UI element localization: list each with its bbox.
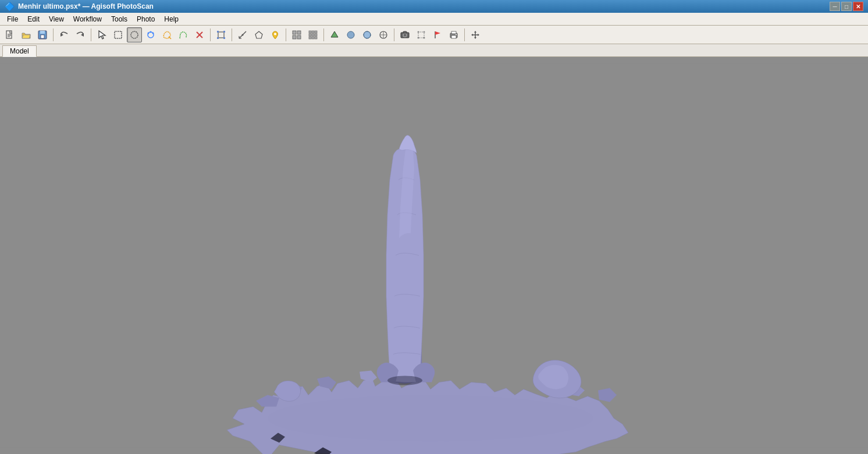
- menu-bar: File Edit View Workflow Tools Photo Help: [0, 13, 868, 26]
- wire-render-button[interactable]: [376, 27, 391, 42]
- svg-marker-67: [474, 37, 476, 39]
- svg-point-63: [456, 34, 457, 35]
- svg-rect-61: [451, 35, 456, 38]
- svg-rect-34: [309, 31, 311, 33]
- title-bar-controls[interactable]: ─ □ ✕: [830, 2, 863, 11]
- svg-rect-41: [312, 37, 314, 39]
- svg-marker-43: [331, 31, 338, 37]
- svg-rect-42: [315, 37, 317, 39]
- menu-edit[interactable]: Edit: [23, 14, 44, 24]
- model-tab[interactable]: Model: [2, 45, 37, 57]
- minimize-button[interactable]: ─: [830, 2, 840, 11]
- window-title: Menhir ultimo.psx* — Agisoft PhotoScan: [18, 2, 154, 10]
- svg-point-15: [150, 31, 152, 33]
- grid4-view-button[interactable]: [289, 27, 304, 42]
- sep1: [53, 28, 54, 41]
- deselect-button[interactable]: [192, 27, 207, 42]
- viewport[interactable]: [0, 57, 868, 454]
- grid9-view-button[interactable]: [305, 27, 321, 42]
- close-button[interactable]: ✕: [853, 2, 863, 11]
- svg-rect-52: [403, 31, 407, 33]
- solid-render-button[interactable]: [327, 27, 342, 42]
- menu-help[interactable]: Help: [159, 14, 183, 24]
- svg-rect-53: [418, 32, 424, 38]
- app-icon: 🔷: [5, 2, 15, 11]
- draw-polygon-button[interactable]: [251, 27, 266, 42]
- intelligent-select-button[interactable]: [159, 27, 175, 42]
- svg-rect-32: [293, 35, 296, 39]
- solid-wire-button[interactable]: [360, 27, 375, 42]
- svg-rect-30: [293, 31, 296, 34]
- svg-point-56: [418, 37, 419, 38]
- print-button[interactable]: [446, 27, 461, 42]
- svg-point-11: [131, 31, 138, 38]
- svg-point-27: [242, 34, 244, 35]
- cursor-select-button[interactable]: [94, 27, 109, 42]
- freehand-select-button[interactable]: [176, 27, 191, 42]
- navigate-button[interactable]: [468, 27, 483, 42]
- svg-rect-10: [115, 31, 122, 38]
- circle-select-button[interactable]: [127, 27, 142, 42]
- svg-rect-5: [40, 31, 45, 34]
- svg-point-14: [152, 32, 154, 34]
- tab-bar: Model: [0, 44, 868, 57]
- resize-button[interactable]: [214, 27, 229, 42]
- svg-rect-21: [223, 31, 225, 33]
- svg-rect-19: [218, 32, 224, 38]
- svg-rect-31: [297, 31, 301, 34]
- svg-rect-62: [451, 31, 456, 34]
- menu-tools[interactable]: Tools: [106, 14, 132, 24]
- svg-point-57: [424, 37, 425, 38]
- sep3: [210, 28, 211, 41]
- sep4: [232, 28, 232, 41]
- rect-select-button[interactable]: [111, 27, 126, 42]
- menu-file[interactable]: File: [2, 14, 23, 24]
- redo-button[interactable]: [73, 27, 88, 42]
- svg-marker-7: [61, 33, 63, 37]
- svg-rect-39: [315, 34, 317, 36]
- svg-rect-37: [309, 34, 311, 36]
- svg-marker-66: [474, 31, 476, 33]
- svg-marker-8: [81, 33, 84, 37]
- sep5: [286, 28, 286, 41]
- svg-point-29: [274, 33, 276, 35]
- svg-point-54: [418, 31, 419, 33]
- menu-photo[interactable]: Photo: [132, 14, 159, 24]
- model-canvas: [0, 57, 868, 454]
- svg-point-44: [347, 31, 354, 38]
- undo-button[interactable]: [56, 27, 72, 42]
- title-bar: 🔷 Menhir ultimo.psx* — Agisoft PhotoScan…: [0, 0, 868, 13]
- maximize-button[interactable]: □: [841, 2, 852, 11]
- svg-rect-36: [315, 31, 317, 33]
- svg-marker-28: [255, 31, 262, 38]
- freeform-select-button[interactable]: [143, 27, 158, 42]
- measure-button[interactable]: [235, 27, 250, 42]
- bounding-box-button[interactable]: [414, 27, 429, 42]
- svg-rect-35: [312, 31, 314, 33]
- solid-color-button[interactable]: [343, 27, 358, 42]
- flag-button[interactable]: [430, 27, 445, 42]
- svg-rect-40: [309, 37, 311, 39]
- svg-point-72: [387, 376, 422, 385]
- sep8: [464, 28, 465, 41]
- save-button[interactable]: [35, 27, 50, 42]
- menu-view[interactable]: View: [44, 14, 69, 24]
- toolbar: [0, 26, 868, 44]
- title-bar-left: 🔷 Menhir ultimo.psx* — Agisoft PhotoScan: [5, 2, 154, 11]
- svg-marker-9: [99, 31, 105, 39]
- open-button[interactable]: [19, 27, 34, 42]
- sep2: [91, 28, 91, 41]
- svg-point-55: [424, 31, 425, 33]
- svg-rect-33: [297, 35, 301, 39]
- sep7: [394, 28, 394, 41]
- svg-rect-20: [217, 31, 219, 33]
- svg-marker-68: [471, 34, 473, 36]
- menu-workflow[interactable]: Workflow: [69, 14, 106, 24]
- marker-button[interactable]: [268, 27, 283, 42]
- svg-rect-6: [41, 35, 44, 38]
- svg-rect-23: [223, 37, 225, 39]
- svg-point-13: [148, 32, 150, 34]
- new-button[interactable]: [2, 27, 17, 42]
- svg-marker-69: [478, 34, 479, 36]
- camera-button[interactable]: [397, 27, 412, 42]
